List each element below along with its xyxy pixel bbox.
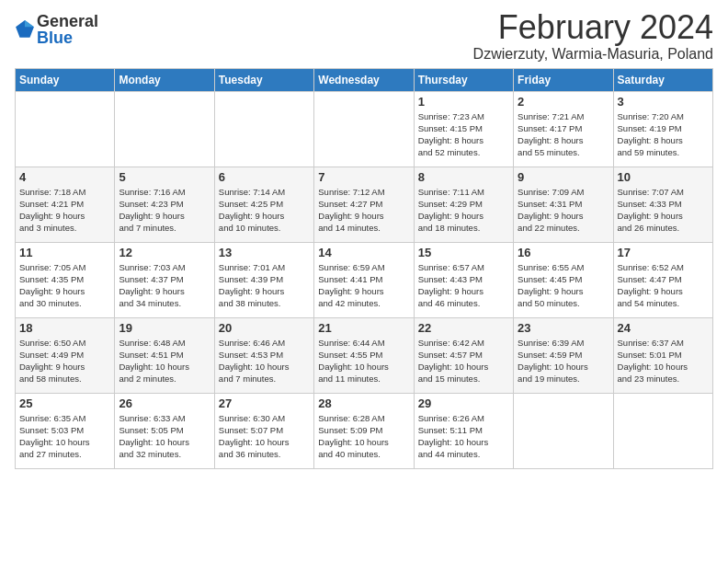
calendar-cell: 5Sunrise: 7:16 AM Sunset: 4:23 PM Daylig… (115, 167, 214, 242)
day-number: 9 (518, 170, 609, 184)
calendar-cell: 4Sunrise: 7:18 AM Sunset: 4:21 PM Daylig… (16, 167, 115, 242)
day-number: 15 (418, 246, 509, 259)
calendar-week-row: 25Sunrise: 6:35 AM Sunset: 5:03 PM Dayli… (16, 393, 713, 468)
calendar-cell: 6Sunrise: 7:14 AM Sunset: 4:25 PM Daylig… (214, 167, 313, 242)
header-day-tuesday: Tuesday (214, 68, 313, 91)
day-info: Sunrise: 7:09 AM Sunset: 4:31 PM Dayligh… (518, 186, 609, 235)
logo-text: General Blue (37, 13, 98, 46)
calendar-cell: 12Sunrise: 7:03 AM Sunset: 4:37 PM Dayli… (115, 242, 214, 317)
day-info: Sunrise: 7:01 AM Sunset: 4:39 PM Dayligh… (219, 261, 310, 310)
day-number: 26 (119, 396, 210, 410)
calendar-cell (514, 393, 613, 468)
day-info: Sunrise: 6:35 AM Sunset: 5:03 PM Dayligh… (19, 412, 110, 461)
day-number: 10 (618, 170, 709, 184)
calendar-week-row: 18Sunrise: 6:50 AM Sunset: 4:49 PM Dayli… (16, 317, 713, 393)
day-info: Sunrise: 6:59 AM Sunset: 4:41 PM Dayligh… (318, 261, 409, 310)
day-info: Sunrise: 7:05 AM Sunset: 4:35 PM Dayligh… (19, 261, 110, 310)
day-info: Sunrise: 7:12 AM Sunset: 4:27 PM Dayligh… (318, 186, 409, 235)
page: General Blue February 2024 Dzwierzuty, W… (0, 0, 728, 478)
calendar-cell: 20Sunrise: 6:46 AM Sunset: 4:53 PM Dayli… (214, 317, 313, 393)
header-day-wednesday: Wednesday (314, 68, 414, 91)
header-day-friday: Friday (514, 68, 613, 91)
calendar-cell (314, 91, 414, 167)
calendar-week-row: 1Sunrise: 7:23 AM Sunset: 4:15 PM Daylig… (16, 91, 713, 167)
day-number: 24 (618, 321, 709, 335)
calendar-cell (16, 91, 115, 167)
day-info: Sunrise: 6:52 AM Sunset: 4:47 PM Dayligh… (618, 261, 709, 310)
day-number: 29 (418, 396, 509, 410)
header: General Blue February 2024 Dzwierzuty, W… (15, 9, 713, 63)
day-number: 8 (418, 170, 509, 184)
day-info: Sunrise: 6:33 AM Sunset: 5:05 PM Dayligh… (119, 412, 210, 461)
svg-marker-1 (25, 20, 34, 27)
calendar-cell (613, 393, 712, 468)
header-day-sunday: Sunday (16, 68, 115, 91)
calendar-cell: 15Sunrise: 6:57 AM Sunset: 4:43 PM Dayli… (414, 242, 513, 317)
day-info: Sunrise: 6:30 AM Sunset: 5:07 PM Dayligh… (219, 412, 310, 461)
day-number: 25 (19, 396, 110, 410)
day-info: Sunrise: 7:14 AM Sunset: 4:25 PM Dayligh… (219, 186, 310, 235)
calendar-cell: 8Sunrise: 7:11 AM Sunset: 4:29 PM Daylig… (414, 167, 513, 242)
day-number: 13 (219, 246, 310, 259)
day-number: 20 (219, 321, 310, 335)
day-number: 27 (219, 396, 310, 410)
day-number: 2 (518, 95, 609, 109)
header-day-thursday: Thursday (414, 68, 513, 91)
day-number: 1 (418, 95, 509, 109)
day-info: Sunrise: 7:18 AM Sunset: 4:21 PM Dayligh… (19, 186, 110, 235)
calendar-cell: 25Sunrise: 6:35 AM Sunset: 5:03 PM Dayli… (16, 393, 115, 468)
day-info: Sunrise: 6:37 AM Sunset: 5:01 PM Dayligh… (618, 337, 709, 385)
calendar-cell: 23Sunrise: 6:39 AM Sunset: 4:59 PM Dayli… (514, 317, 613, 393)
day-info: Sunrise: 7:16 AM Sunset: 4:23 PM Dayligh… (119, 186, 210, 235)
day-info: Sunrise: 6:39 AM Sunset: 4:59 PM Dayligh… (518, 337, 609, 385)
calendar-cell: 10Sunrise: 7:07 AM Sunset: 4:33 PM Dayli… (613, 167, 712, 242)
calendar-cell: 11Sunrise: 7:05 AM Sunset: 4:35 PM Dayli… (16, 242, 115, 317)
calendar-cell: 16Sunrise: 6:55 AM Sunset: 4:45 PM Dayli… (514, 242, 613, 317)
logo-general-text: General (37, 13, 98, 29)
day-number: 12 (119, 246, 210, 259)
logo-blue-text: Blue (37, 29, 98, 46)
calendar-table: SundayMondayTuesdayWednesdayThursdayFrid… (15, 68, 713, 469)
location-subtitle: Dzwierzuty, Warmia-Masuria, Poland (473, 46, 713, 63)
day-number: 28 (318, 396, 409, 410)
day-info: Sunrise: 7:23 AM Sunset: 4:15 PM Dayligh… (418, 110, 509, 159)
header-day-saturday: Saturday (613, 68, 712, 91)
calendar-cell: 21Sunrise: 6:44 AM Sunset: 4:55 PM Dayli… (314, 317, 414, 393)
calendar-cell: 2Sunrise: 7:21 AM Sunset: 4:17 PM Daylig… (514, 91, 613, 167)
day-info: Sunrise: 6:57 AM Sunset: 4:43 PM Dayligh… (418, 261, 509, 310)
day-number: 11 (19, 246, 110, 259)
day-info: Sunrise: 7:20 AM Sunset: 4:19 PM Dayligh… (618, 110, 709, 159)
calendar-cell: 24Sunrise: 6:37 AM Sunset: 5:01 PM Dayli… (613, 317, 712, 393)
calendar-cell: 13Sunrise: 7:01 AM Sunset: 4:39 PM Dayli… (214, 242, 313, 317)
day-number: 16 (518, 246, 609, 259)
calendar-cell (115, 91, 214, 167)
calendar-cell: 19Sunrise: 6:48 AM Sunset: 4:51 PM Dayli… (115, 317, 214, 393)
calendar-cell: 9Sunrise: 7:09 AM Sunset: 4:31 PM Daylig… (514, 167, 613, 242)
day-info: Sunrise: 7:21 AM Sunset: 4:17 PM Dayligh… (518, 110, 609, 159)
logo-icon (15, 19, 35, 40)
day-info: Sunrise: 6:26 AM Sunset: 5:11 PM Dayligh… (418, 412, 509, 461)
day-number: 6 (219, 170, 310, 184)
day-info: Sunrise: 6:46 AM Sunset: 4:53 PM Dayligh… (219, 337, 310, 385)
day-info: Sunrise: 6:48 AM Sunset: 4:51 PM Dayligh… (119, 337, 210, 385)
logo: General Blue (15, 13, 98, 46)
day-info: Sunrise: 6:50 AM Sunset: 4:49 PM Dayligh… (19, 337, 110, 385)
calendar-cell: 18Sunrise: 6:50 AM Sunset: 4:49 PM Dayli… (16, 317, 115, 393)
calendar-cell: 7Sunrise: 7:12 AM Sunset: 4:27 PM Daylig… (314, 167, 414, 242)
month-title: February 2024 (473, 9, 713, 46)
calendar-cell: 29Sunrise: 6:26 AM Sunset: 5:11 PM Dayli… (414, 393, 513, 468)
calendar-header-row: SundayMondayTuesdayWednesdayThursdayFrid… (16, 68, 713, 91)
calendar-cell: 26Sunrise: 6:33 AM Sunset: 5:05 PM Dayli… (115, 393, 214, 468)
day-info: Sunrise: 7:11 AM Sunset: 4:29 PM Dayligh… (418, 186, 509, 235)
calendar-cell: 3Sunrise: 7:20 AM Sunset: 4:19 PM Daylig… (613, 91, 712, 167)
day-info: Sunrise: 6:44 AM Sunset: 4:55 PM Dayligh… (318, 337, 409, 385)
day-number: 17 (618, 246, 709, 259)
day-number: 19 (119, 321, 210, 335)
day-number: 22 (418, 321, 509, 335)
day-number: 21 (318, 321, 409, 335)
header-day-monday: Monday (115, 68, 214, 91)
day-number: 5 (119, 170, 210, 184)
day-info: Sunrise: 6:42 AM Sunset: 4:57 PM Dayligh… (418, 337, 509, 385)
calendar-cell (214, 91, 313, 167)
day-number: 18 (19, 321, 110, 335)
